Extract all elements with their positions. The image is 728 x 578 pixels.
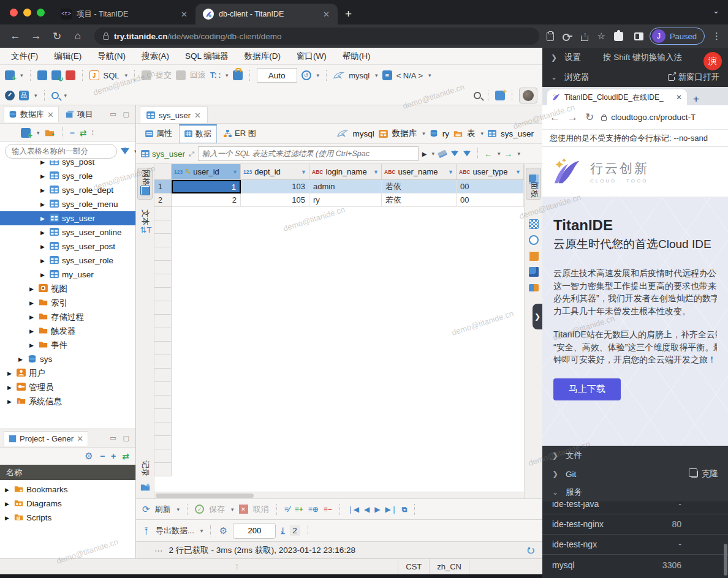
add-row-icon[interactable]: ≡+ xyxy=(295,505,303,514)
tree-item-管理员[interactable]: ▶管理员 xyxy=(0,380,135,394)
save-dropdown[interactable]: ▾ xyxy=(231,506,234,512)
bookmark-star-icon[interactable]: ☆ xyxy=(597,31,605,42)
fetch-all-icon[interactable]: ⥙ xyxy=(281,526,284,536)
expand-twisty-icon[interactable]: ▶ xyxy=(29,300,36,306)
address-bar[interactable]: try.titanide.cn/ide/web/coding/db-client… xyxy=(94,28,539,45)
expand-twisty-icon[interactable]: ▶ xyxy=(40,160,47,165)
files-section-row[interactable]: ❯ 文件 xyxy=(542,446,728,465)
forward-icon[interactable]: → xyxy=(27,30,45,42)
menubar-item[interactable]: 窗口(W) xyxy=(297,51,327,62)
minimize-maximize-icons[interactable]: ▭ ▢ xyxy=(110,434,132,442)
forward-icon[interactable]: → xyxy=(567,111,578,124)
next-result-arrow-icon[interactable]: → xyxy=(504,149,513,159)
home-icon[interactable]: ⌂ xyxy=(69,30,87,42)
collapse-all-icon[interactable] xyxy=(70,128,75,138)
previous-row-icon[interactable]: ◀ xyxy=(364,505,370,514)
inner-browser-tab[interactable]: TitanIDE_CloudIDE_在线IDE_ ✕ xyxy=(547,89,687,105)
expand-twisty-icon[interactable]: ▶ xyxy=(40,173,47,179)
row-number-cell[interactable]: 2 xyxy=(154,193,172,207)
sql-editor-icon[interactable]: J xyxy=(89,70,99,80)
menubar-item[interactable]: SQL 编辑器 xyxy=(185,51,229,62)
close-tab-icon[interactable]: ✕ xyxy=(179,10,189,19)
grid-empty-row[interactable] xyxy=(154,315,524,328)
tree-item-存储过程[interactable]: ▶存储过程 xyxy=(0,310,135,324)
menubar-item[interactable]: 搜索(A) xyxy=(142,51,169,62)
tree-item-sys_user_online[interactable]: ▶sys_user_online xyxy=(0,225,135,239)
tree-item-视图[interactable]: ▶视图 xyxy=(0,282,135,296)
tree-item-sys_role_dept[interactable]: ▶sys_role_dept xyxy=(0,183,135,197)
expand-panel-chevron[interactable]: ❯ xyxy=(533,304,542,329)
cell-user_name[interactable]: 若依 xyxy=(382,193,457,207)
inner-address-bar[interactable]: cloudtogo.cn/product-T xyxy=(601,113,696,122)
tree-item-sys_user_role[interactable]: ▶sys_user_role xyxy=(0,253,135,268)
tree-item-用户[interactable]: ▶用户 xyxy=(0,366,135,380)
menubar-item[interactable]: 导航(N) xyxy=(97,51,126,62)
tree-item-sys[interactable]: ▶sys xyxy=(0,352,135,366)
new-connection-dropdown[interactable]: ▾ xyxy=(20,72,23,78)
project-item-scripts[interactable]: ▶Scripts xyxy=(0,511,135,525)
record-mode-icon[interactable] xyxy=(137,483,153,494)
table-dropdown[interactable]: ▾ xyxy=(480,130,483,137)
schema-dropdown[interactable]: ▾ xyxy=(428,72,431,78)
fetch-page-icon[interactable]: ⧉ xyxy=(402,505,408,514)
breadcrumb-table[interactable]: sys_user xyxy=(501,129,534,138)
expand-twisty-icon[interactable]: ▶ xyxy=(40,244,47,250)
breadcrumb-database-label[interactable]: 数据库 xyxy=(392,128,417,139)
last-row-icon[interactable]: ▶❘ xyxy=(385,505,397,514)
grid-empty-row[interactable] xyxy=(154,369,524,382)
grid-empty-row[interactable] xyxy=(154,220,524,234)
service-row-ide-test-ngx[interactable]: ide-test-ngx- xyxy=(542,535,728,555)
git-section-row[interactable]: ❯ Git 克隆 xyxy=(542,465,728,483)
back-icon[interactable]: ← xyxy=(550,111,560,124)
tree-item-sys_post[interactable]: ▶sys_post xyxy=(0,160,135,169)
breadcrumb-connection[interactable]: mysql xyxy=(352,129,374,138)
expand-twisty-icon[interactable]: ▶ xyxy=(5,515,11,521)
new-folder-icon[interactable]: + xyxy=(45,129,55,137)
calc-panel-icon[interactable] xyxy=(526,282,541,291)
metadata-panel-icon[interactable] xyxy=(526,265,541,277)
save-filter-funnel-icon[interactable] xyxy=(451,151,458,157)
cell-user_id[interactable]: 1 xyxy=(172,180,241,193)
expand-twisty-icon[interactable]: ▶ xyxy=(7,370,13,377)
transaction-dropdown[interactable]: ▾ xyxy=(226,72,229,78)
sort-dropdown-icon[interactable]: ▼ xyxy=(373,169,379,175)
connection-dropdown[interactable]: ▾ xyxy=(375,72,378,78)
tree-item-索引[interactable]: ▶索引 xyxy=(0,296,135,310)
link-selection-icon[interactable] xyxy=(122,451,129,461)
project-item-diagrams[interactable]: ▶Diagrams xyxy=(0,497,135,511)
tree-item-my_user[interactable]: ▶my_user xyxy=(0,268,135,282)
grid-empty-row[interactable] xyxy=(154,288,524,301)
service-row-ide-test-nginx[interactable]: ide-test-nginx80 xyxy=(542,514,728,535)
transaction-log-icon[interactable]: ↺ xyxy=(301,70,311,80)
minimize-window-button[interactable] xyxy=(23,9,31,17)
refresh-icon[interactable]: ⟳ xyxy=(142,504,150,515)
presentation-record-tab[interactable]: 记录 xyxy=(137,463,153,474)
sort-dropdown-icon[interactable]: ▼ xyxy=(515,169,521,175)
commit-mode-combo[interactable]: Auto xyxy=(257,68,297,83)
panel-scrollbar-thumb[interactable] xyxy=(724,544,727,576)
maximize-window-button[interactable] xyxy=(37,9,45,17)
minimize-maximize-icons[interactable]: ▭ ▢ xyxy=(110,110,132,118)
grid-data-row[interactable]: 22105ry若依00 xyxy=(154,193,524,207)
tree-item-sys_role[interactable]: ▶sys_role xyxy=(0,169,135,183)
expand-twisty-icon[interactable]: ▶ xyxy=(40,216,47,222)
sql-filter-input[interactable] xyxy=(198,146,419,161)
export-dropdown[interactable]: ▾ xyxy=(200,528,203,534)
refresh-label[interactable]: 刷新 xyxy=(155,504,171,515)
fetch-size-input[interactable] xyxy=(233,523,276,539)
menubar-item[interactable]: 数据库(D) xyxy=(245,51,281,62)
cell-user_id[interactable]: 2 xyxy=(172,193,241,207)
expand-twisty-icon[interactable]: ▶ xyxy=(29,314,36,320)
column-header-user_name[interactable]: ABCuser_name▼ xyxy=(382,164,457,179)
expand-twisty-icon[interactable]: ▶ xyxy=(40,187,47,193)
menubar-item[interactable]: 文件(F) xyxy=(11,51,38,62)
filter-settings-funnel-icon[interactable] xyxy=(463,151,471,157)
dashboard-gauge-icon[interactable] xyxy=(5,91,15,100)
delete-row-icon[interactable]: ≡− xyxy=(324,505,332,514)
grid-empty-row[interactable] xyxy=(154,207,524,220)
rollback-label[interactable]: 回滚 xyxy=(190,70,206,81)
tree-item-系统信息[interactable]: ▶i系统信息 xyxy=(0,394,135,408)
filter-history-dropdown[interactable]: ▾ xyxy=(432,151,435,157)
back-icon[interactable]: ← xyxy=(6,30,25,42)
tree-item-sys_role_menu[interactable]: ▶sys_role_menu xyxy=(0,197,135,211)
